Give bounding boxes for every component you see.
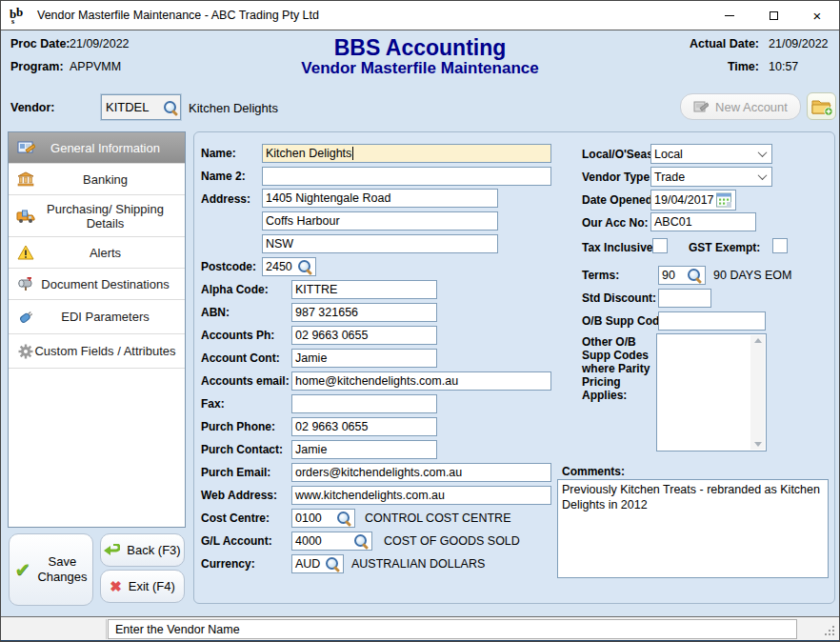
- fax-input[interactable]: [291, 394, 437, 413]
- cost-centre-input[interactable]: 0100: [291, 509, 355, 528]
- magnifier-icon[interactable]: [336, 511, 351, 526]
- accounts-email-input[interactable]: home@kitchendelights.com.au: [291, 371, 551, 391]
- postcode-input[interactable]: 2450: [262, 257, 316, 276]
- sidebar-item-banking[interactable]: Banking: [9, 164, 185, 195]
- sidebar-item-general-information[interactable]: General Information: [9, 132, 185, 164]
- vendor-name-text: Kitchen Delights: [189, 101, 278, 115]
- currency-label: Currency:: [201, 557, 255, 571]
- name-value: Kitchen Delights: [266, 147, 351, 160]
- account-cont-input[interactable]: Jamie: [291, 349, 437, 368]
- save-changes-label: Save Changes: [37, 554, 87, 585]
- tax-inclusive-checkbox[interactable]: [652, 238, 668, 253]
- back-arrow-icon: [104, 544, 120, 557]
- gl-account-input[interactable]: 4000: [291, 532, 372, 551]
- local-oseas-label: Local/O'Seas:: [582, 148, 657, 161]
- app-window: b b s Vendor Masterfile Maintenance - AB…: [0, 0, 840, 642]
- sidebar-item-edi-parameters[interactable]: EDI Parameters: [9, 300, 185, 334]
- magnifier-icon[interactable]: [163, 100, 178, 115]
- scroll-up-icon[interactable]: [754, 338, 762, 343]
- date-opened-label: Date Opened:: [582, 193, 656, 207]
- gl-account-label: G/L Account:: [201, 534, 272, 548]
- ob-supp-code-input[interactable]: [658, 311, 766, 331]
- purch-phone-input[interactable]: 02 9663 0655: [291, 417, 437, 436]
- close-icon: ×: [813, 9, 822, 23]
- abn-value: 987 321656: [295, 306, 358, 319]
- bank-icon: [15, 171, 36, 187]
- vendor-type-select[interactable]: Trade: [650, 167, 772, 187]
- accounts-email-value: home@kitchendelights.com.au: [295, 374, 458, 388]
- sidebar-item-custom-fields[interactable]: Custom Fields / Attributes: [9, 334, 185, 369]
- chevron-down-icon: [758, 171, 768, 180]
- date-opened-input[interactable]: 19/04/2017: [650, 190, 736, 211]
- currency-input[interactable]: AUD: [291, 554, 344, 573]
- std-discount-input[interactable]: [658, 289, 711, 308]
- open-vendor-button[interactable]: [807, 92, 836, 120]
- magnifier-icon[interactable]: [687, 268, 702, 283]
- local-oseas-value: Local: [654, 148, 683, 161]
- magnifier-icon[interactable]: [353, 533, 369, 549]
- maximize-button[interactable]: [751, 1, 795, 30]
- magnifier-icon[interactable]: [297, 259, 312, 274]
- new-account-button[interactable]: New Account: [680, 93, 801, 120]
- close-button[interactable]: ×: [795, 1, 839, 30]
- exit-button[interactable]: ✖ Exit (F4): [100, 570, 185, 603]
- address-label: Address:: [201, 192, 250, 206]
- plug-icon: [15, 310, 36, 325]
- address-line1-value: 1405 Nightengale Road: [266, 191, 390, 205]
- abn-label: ABN:: [201, 306, 230, 319]
- window-title: Vendor Masterfile Maintenance - ABC Trad…: [37, 9, 319, 22]
- status-message: Enter the Vendor Name: [108, 619, 797, 639]
- name-input[interactable]: Kitchen Delights: [262, 144, 551, 163]
- back-button[interactable]: Back (F3): [100, 533, 185, 567]
- alpha-code-input[interactable]: KITTRE: [291, 280, 437, 299]
- purch-email-value: orders@kitchendelights.com.au: [295, 466, 462, 479]
- vendor-label: Vendor:: [10, 101, 55, 114]
- minimize-icon: [725, 15, 734, 16]
- address-line1-input[interactable]: 1405 Nightengale Road: [262, 189, 498, 208]
- accounts-ph-value: 02 9663 0655: [295, 329, 368, 342]
- purch-email-input[interactable]: orders@kitchendelights.com.au: [291, 463, 551, 482]
- resize-grip-icon[interactable]: [825, 626, 834, 635]
- vendor-code-input[interactable]: KITDEL: [101, 94, 181, 120]
- address-line3-input[interactable]: NSW: [262, 234, 498, 253]
- sidebar-item-document-destinations[interactable]: Document Destinations: [9, 269, 185, 300]
- accounts-ph-input[interactable]: 02 9663 0655: [291, 326, 437, 345]
- sidebar-item-purchasing-shipping[interactable]: Purchasing/ Shipping Details: [9, 195, 185, 237]
- magnifier-icon[interactable]: [325, 556, 340, 572]
- gst-exempt-label: GST Exempt:: [689, 241, 760, 254]
- vendor-code-value: KITDEL: [106, 100, 150, 114]
- address-line2-input[interactable]: Coffs Harbour: [262, 211, 498, 231]
- title-bar: b b s Vendor Masterfile Maintenance - AB…: [1, 1, 839, 30]
- alpha-code-label: Alpha Code:: [201, 283, 269, 296]
- currency-desc: AUSTRALIAN DOLLARS: [351, 557, 485, 571]
- fax-label: Fax:: [201, 397, 225, 411]
- exit-label: Exit (F4): [129, 579, 175, 593]
- calendar-icon[interactable]: [716, 192, 732, 208]
- abn-input[interactable]: 987 321656: [291, 303, 437, 322]
- scroll-down-icon[interactable]: [754, 442, 762, 447]
- purch-contact-value: Jamie: [295, 443, 327, 456]
- terms-input[interactable]: 90: [658, 266, 706, 285]
- local-oseas-select[interactable]: Local: [650, 144, 772, 164]
- web-address-value: www.kitchendelights.com.au: [295, 489, 445, 502]
- actual-date-value: 21/09/2022: [769, 37, 829, 50]
- comments-textarea[interactable]: Previously Kitchen Treats - rebranded as…: [557, 479, 829, 578]
- scrollbar[interactable]: [750, 335, 765, 450]
- other-ob-supp-textarea[interactable]: [656, 333, 767, 451]
- save-changes-button[interactable]: ✔ Save Changes: [9, 533, 93, 606]
- tax-inclusive-label: Tax Inclusive:: [582, 241, 656, 254]
- sidebar-item-alerts[interactable]: Alerts: [9, 237, 185, 269]
- purch-contact-input[interactable]: Jamie: [291, 440, 437, 459]
- our-acc-no-input[interactable]: ABC01: [650, 212, 756, 231]
- accounts-ph-label: Accounts Ph:: [201, 329, 274, 342]
- back-label: Back (F3): [127, 543, 180, 557]
- minimize-button[interactable]: [708, 1, 751, 30]
- name2-input[interactable]: [262, 167, 551, 186]
- gst-exempt-checkbox[interactable]: [772, 238, 788, 253]
- vendor-type-value: Trade: [654, 171, 685, 184]
- web-address-input[interactable]: www.kitchendelights.com.au: [291, 486, 551, 505]
- delivery-truck-icon: [15, 209, 36, 224]
- account-cont-label: Account Cont:: [201, 351, 280, 365]
- comments-label: Comments:: [562, 465, 625, 478]
- bbs-logo-icon: b b s: [9, 6, 30, 25]
